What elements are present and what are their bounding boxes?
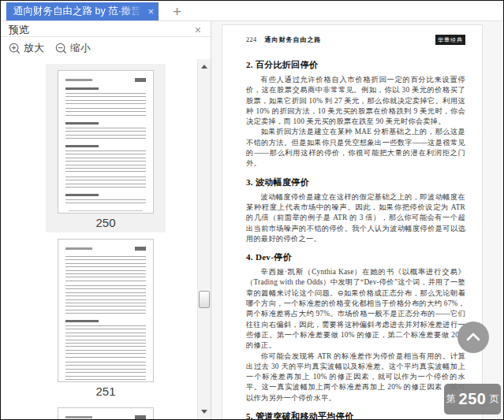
page-indicator-number: 250 bbox=[459, 390, 487, 408]
paragraph: 波动幅度停价是建立在这样的假定基础之上的，即波动幅度在某种程度上代表市场中的噪声… bbox=[246, 192, 465, 244]
thumbnail-page-number: 251 bbox=[46, 385, 166, 399]
tab-title: 通向财务自由之路 by 范·撒普.p bbox=[13, 5, 146, 18]
sidebar-title: 预览 bbox=[9, 23, 29, 37]
scrollbar-down-arrow[interactable] bbox=[198, 406, 211, 418]
scrollbar-thumb[interactable] bbox=[199, 291, 210, 308]
book-title: 通向财务自由之路 bbox=[265, 35, 322, 44]
chevron-up-icon bbox=[466, 330, 480, 344]
page-indicator-badge: 第 250 页 bbox=[444, 384, 501, 414]
zoom-in-icon bbox=[9, 43, 21, 54]
thumbnail-page-250[interactable]: 250 bbox=[46, 64, 166, 232]
sidebar-scrollbar[interactable] bbox=[197, 59, 211, 419]
paragraph: 你可能会发现将 ATR 的标准差作为停价是相当有用的。计算出过去 30 天的平均… bbox=[246, 351, 465, 403]
document-tab[interactable]: 通向财务自由之路 by 范·撒普.p × bbox=[6, 2, 159, 20]
section-heading: 5. 管道突破和移动平均停价 bbox=[246, 411, 465, 419]
scroll-to-top-button[interactable] bbox=[457, 322, 489, 353]
zoom-out-button[interactable]: 缩小 bbox=[55, 41, 91, 55]
paragraph: 有些人通过允许价格自入市价格折回一定的百分比来设置停价，这在股票交易商中非常常见… bbox=[246, 75, 465, 127]
pdf-page: 224 通向财务自由之路 华章经典 2. 百分比折回停价 有些人通过允许价格自入… bbox=[222, 24, 483, 419]
thumbnail-page-number: 250 bbox=[46, 216, 166, 230]
new-tab-button[interactable]: + bbox=[168, 2, 186, 20]
tab-bar: 通向财务自由之路 by 范·撒普.p × + bbox=[1, 1, 503, 21]
page-indicator-prefix: 第 bbox=[446, 392, 456, 406]
thumbnail-preview bbox=[58, 407, 154, 419]
section-heading: 3. 波动幅度停价 bbox=[246, 177, 465, 188]
section-heading: 2. 百分比折回停价 bbox=[246, 59, 465, 71]
thumbnail-page-252[interactable] bbox=[46, 401, 166, 419]
preview-sidebar: 预览 × 放大 缩小 bbox=[1, 21, 211, 419]
sidebar-close-icon[interactable]: × bbox=[193, 24, 203, 35]
zoom-in-label: 放大 bbox=[24, 41, 44, 55]
thumbnail-list: 250 251 bbox=[1, 59, 211, 419]
paragraph: 辛西娅·凯斯（Cynthia Kase）在她的书《以概率进行交易》（Tradin… bbox=[246, 267, 465, 351]
section-heading: 4. Dev-停价 bbox=[246, 251, 465, 263]
pdf-viewer-window: 通向财务自由之路 by 范·撒普.p × + 预览 × 放大 bbox=[0, 0, 504, 420]
zoom-controls: 放大 缩小 bbox=[1, 37, 211, 59]
document-view: 224 通向财务自由之路 华章经典 2. 百分比折回停价 有些人通过允许价格自入… bbox=[211, 21, 503, 419]
tab-close-icon[interactable]: × bbox=[147, 6, 154, 17]
scrollbar-up-arrow[interactable] bbox=[198, 61, 211, 72]
zoom-out-label: 缩小 bbox=[70, 41, 91, 55]
zoom-out-icon bbox=[55, 43, 67, 54]
sidebar-header: 预览 × bbox=[1, 21, 211, 37]
content-area: 预览 × 放大 缩小 bbox=[1, 21, 503, 419]
thumbnail-page-251[interactable]: 251 bbox=[46, 232, 166, 401]
series-badge: 华章经典 bbox=[435, 35, 465, 45]
page-running-header: 224 通向财务自由之路 华章经典 bbox=[246, 35, 465, 45]
page-indicator-suffix: 页 bbox=[489, 392, 498, 406]
zoom-in-button[interactable]: 放大 bbox=[9, 41, 44, 55]
thumbnail-preview bbox=[58, 70, 154, 214]
thumbnail-preview bbox=[58, 239, 154, 382]
print-page-number: 224 bbox=[246, 36, 257, 43]
paragraph: 如果折回方法是建立在某种 MAE 分析基础之上的，那么这是不错的方法。但是如果你… bbox=[246, 127, 465, 169]
